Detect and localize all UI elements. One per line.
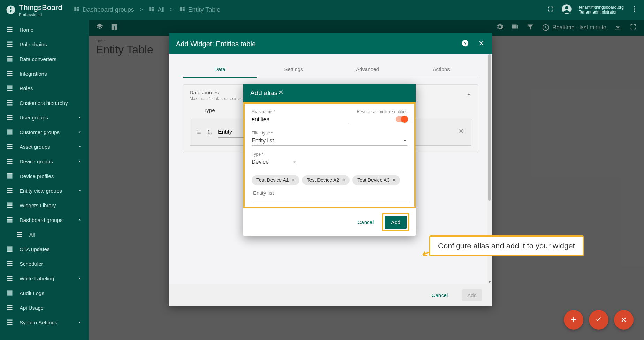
chip-remove-icon[interactable] xyxy=(392,178,397,183)
row-number: 1. xyxy=(207,129,212,136)
alias-cancel-button[interactable]: Cancel xyxy=(353,216,379,229)
help-icon[interactable]: ? xyxy=(461,39,469,49)
sched-icon xyxy=(6,260,13,267)
add-alias-header: Add alias xyxy=(243,84,416,102)
sidebar-item-customers-hierarchy[interactable]: Customers hierarchy xyxy=(0,95,89,110)
chevron-down-icon xyxy=(77,159,83,164)
breadcrumb-sep: > xyxy=(140,7,143,13)
type-select[interactable]: Device xyxy=(252,157,297,167)
entity-list-chips[interactable]: Test Device A1Test Device A2Test Device … xyxy=(252,173,407,203)
tab-actions[interactable]: Actions xyxy=(404,61,478,78)
sidebar-item-user-groups[interactable]: User groups xyxy=(0,110,89,125)
sidebar-item-api-usage[interactable]: Api Usage xyxy=(0,300,89,315)
sidebar: HomeRule chainsData convertersIntegratio… xyxy=(0,20,89,340)
sidebar-item-widgets-library[interactable]: Widgets Library xyxy=(0,198,89,212)
sidebar-item-roles[interactable]: Roles xyxy=(0,81,89,95)
tab-data[interactable]: Data xyxy=(183,61,257,78)
alias-add-highlight: Add xyxy=(382,213,409,231)
dev-icon xyxy=(6,158,13,165)
tab-advanced[interactable]: Advanced xyxy=(331,61,405,78)
sidebar-item-label: Api Usage xyxy=(20,305,83,311)
sidebar-item-label: Integrations xyxy=(20,71,83,77)
svg-text:?: ? xyxy=(464,40,467,46)
user-avatar-icon[interactable] xyxy=(561,4,572,16)
sidebar-item-label: Entity view groups xyxy=(20,188,71,194)
sidebar-item-label: Customers hierarchy xyxy=(20,100,83,106)
sidebar-item-label: Scheduler xyxy=(20,261,83,267)
entv-icon xyxy=(6,187,13,194)
entity-list-input[interactable] xyxy=(252,188,293,198)
sidebar-item-scheduler[interactable]: Scheduler xyxy=(0,256,89,271)
sidebar-item-customer-groups[interactable]: Customer groups xyxy=(0,125,89,139)
sidebar-item-label: Asset groups xyxy=(20,144,71,150)
sidebar-item-data-converters[interactable]: Data converters xyxy=(0,52,89,66)
entity-chip[interactable]: Test Device A3 xyxy=(352,175,400,185)
breadcrumb-item[interactable]: Entity Table xyxy=(179,6,221,14)
chevron-down-icon xyxy=(77,188,83,193)
alias-add-button[interactable]: Add xyxy=(385,216,407,229)
sidebar-item-system-settings[interactable]: System Settings xyxy=(0,315,89,330)
alias-form: Alias name * Resolve as multiple entitie… xyxy=(243,104,416,207)
fab-cancel[interactable] xyxy=(614,310,634,330)
integr-icon xyxy=(6,70,13,77)
sidebar-item-label: Device groups xyxy=(20,159,71,164)
breadcrumb-item[interactable]: All xyxy=(148,6,164,14)
close-icon[interactable] xyxy=(277,89,284,98)
widget-cancel-button[interactable]: Cancel xyxy=(426,289,454,301)
devp-icon xyxy=(6,172,13,179)
entity-chip[interactable]: Test Device A2 xyxy=(302,175,350,185)
sidebar-item-white-labeling[interactable]: White Labeling xyxy=(0,271,89,286)
sidebar-item-entity-view-groups[interactable]: Entity view groups xyxy=(0,183,89,198)
chevron-up-icon xyxy=(77,217,83,223)
sidebar-item-home[interactable]: Home xyxy=(0,22,89,37)
sidebar-item-integrations[interactable]: Integrations xyxy=(0,66,89,81)
fullscreen-icon[interactable] xyxy=(547,5,554,14)
svg-point-1 xyxy=(565,6,568,9)
add-alias-dialog: Add alias Alias name * Resolve as multip… xyxy=(243,84,416,236)
sidebar-item-ota-updates[interactable]: OTA updates xyxy=(0,242,89,256)
resolve-toggle-block: Resolve as multiple entities xyxy=(357,109,407,123)
sidebar-item-rule-chains[interactable]: Rule chains xyxy=(0,37,89,52)
type-label: Type * xyxy=(252,152,297,157)
fab-row xyxy=(564,310,634,330)
breadcrumb-item[interactable]: Dashboard groups xyxy=(74,6,134,14)
chip-label: Test Device A2 xyxy=(307,177,339,183)
sidebar-item-label: Data converters xyxy=(20,56,83,62)
chip-remove-icon[interactable] xyxy=(341,178,346,183)
resolve-toggle[interactable] xyxy=(396,116,407,122)
add-alias-title: Add alias xyxy=(250,89,277,97)
more-icon[interactable] xyxy=(631,5,638,14)
chip-remove-icon[interactable] xyxy=(291,178,296,183)
widget-add-button[interactable]: Add xyxy=(462,289,482,301)
sidebar-item-asset-groups[interactable]: Asset groups xyxy=(0,139,89,154)
type-label: Type xyxy=(190,107,215,113)
white-icon xyxy=(6,275,13,282)
sidebar-item-dashboard-groups[interactable]: Dashboard groups xyxy=(0,212,89,227)
shield-icon xyxy=(6,85,13,92)
alias-name-input[interactable] xyxy=(252,114,349,124)
user-block[interactable]: tenant@thingsboard.org Tenant administra… xyxy=(579,5,624,15)
fab-add[interactable] xyxy=(564,310,583,330)
sidebar-item-audit-logs[interactable]: Audit Logs xyxy=(0,286,89,300)
sidebar-item-all[interactable]: All xyxy=(0,227,89,242)
tab-settings[interactable]: Settings xyxy=(257,61,331,78)
sidebar-item-label: Dashboard groups xyxy=(20,217,71,223)
type-field: Type * Device xyxy=(252,152,297,167)
drag-handle-icon[interactable]: ≡ xyxy=(197,128,201,136)
remove-datasource-icon[interactable] xyxy=(458,128,465,136)
filter-type-select[interactable]: Entity list xyxy=(252,136,407,146)
breadcrumb: Dashboard groups > All > Entity Table xyxy=(74,6,221,14)
filter-type-label: Filter type * xyxy=(252,131,407,136)
brand-name: ThingsBoard xyxy=(19,3,62,12)
chip-label: Test Device A3 xyxy=(357,177,390,183)
sidebar-item-device-groups[interactable]: Device groups xyxy=(0,154,89,169)
sidebar-item-label: Customer groups xyxy=(20,129,71,135)
widget-tabs: Data Settings Advanced Actions xyxy=(183,61,478,78)
entity-chip[interactable]: Test Device A1 xyxy=(252,175,299,185)
sidebar-item-label: Roles xyxy=(20,85,83,91)
chevron-up-icon[interactable] xyxy=(465,91,472,99)
close-icon[interactable] xyxy=(477,39,485,49)
fab-apply[interactable] xyxy=(589,310,608,330)
sidebar-item-label: User groups xyxy=(20,115,71,121)
sidebar-item-device-profiles[interactable]: Device profiles xyxy=(0,169,89,183)
